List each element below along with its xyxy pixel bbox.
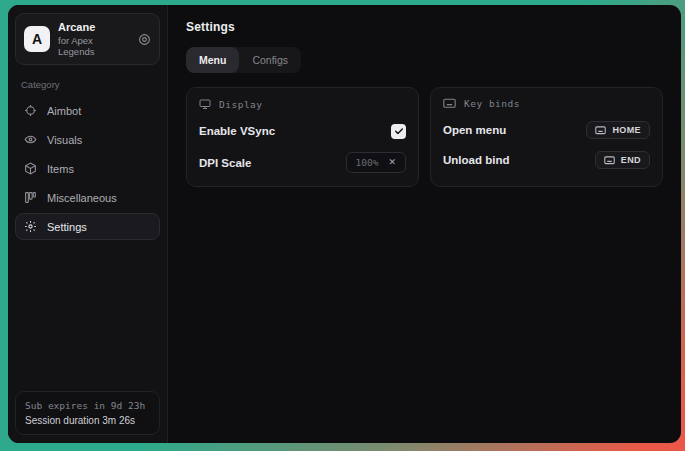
- open-menu-key-label: HOME: [612, 125, 641, 135]
- sidebar-item-items[interactable]: Items: [15, 155, 160, 182]
- keyboard-icon: [595, 126, 606, 135]
- brand-title: Arcane: [58, 21, 130, 33]
- columns-icon: [24, 191, 37, 204]
- category-section-label: Category: [21, 79, 154, 90]
- brand-card: A Arcane for Apex Legends: [15, 13, 160, 65]
- target-circle-icon[interactable]: [138, 33, 151, 46]
- page-title: Settings: [186, 20, 663, 34]
- dpi-scale-value: 100%: [356, 157, 379, 168]
- tab-menu[interactable]: Menu: [186, 47, 239, 73]
- sidebar: A Arcane for Apex Legends Category: [8, 5, 168, 443]
- sub-expiry-text: Sub expires in 9d 23h: [25, 400, 150, 411]
- main-content: Settings Menu Configs Display: [168, 5, 681, 443]
- cube-icon: [24, 162, 37, 175]
- keybinds-card-title: Key binds: [464, 98, 520, 109]
- unload-key-label: END: [621, 155, 641, 165]
- brand-subtitle: for Apex Legends: [58, 35, 130, 57]
- brand-text: Arcane for Apex Legends: [58, 21, 130, 57]
- session-duration-text: Session duration 3m 26s: [25, 415, 150, 426]
- open-menu-keybind-button[interactable]: HOME: [586, 121, 650, 139]
- monitor-icon: [199, 98, 211, 110]
- sidebar-item-visuals[interactable]: Visuals: [15, 126, 160, 153]
- keybinds-card-header: Key binds: [443, 98, 650, 109]
- display-card: Display Enable VSync DPI Scale: [186, 87, 419, 187]
- vsync-checkbox[interactable]: [391, 124, 406, 139]
- crosshair-icon: [24, 104, 37, 117]
- unload-bind-row: Unload bind END: [443, 151, 650, 169]
- sidebar-item-label: Miscellaneous: [47, 192, 117, 204]
- keybinds-card: Key binds Open menu HOME: [430, 87, 663, 187]
- unload-bind-label: Unload bind: [443, 154, 509, 166]
- checkbox-check-icon: [394, 126, 404, 136]
- sidebar-item-label: Settings: [47, 221, 87, 233]
- dpi-scale-row: DPI Scale 100% ✕: [199, 152, 406, 173]
- subscription-info-card: Sub expires in 9d 23h Session duration 3…: [15, 391, 160, 435]
- open-menu-row: Open menu HOME: [443, 121, 650, 139]
- sidebar-item-label: Visuals: [47, 134, 82, 146]
- sidebar-item-settings[interactable]: Settings: [15, 213, 160, 240]
- open-menu-label: Open menu: [443, 124, 506, 136]
- settings-tabs: Menu Configs: [186, 47, 301, 73]
- keyboard-icon: [443, 98, 456, 109]
- unload-keybind-button[interactable]: END: [595, 151, 650, 169]
- gear-icon: [24, 220, 37, 233]
- eye-icon: [24, 133, 37, 146]
- settings-cards: Display Enable VSync DPI Scale: [186, 87, 663, 187]
- tab-configs[interactable]: Configs: [239, 47, 301, 73]
- app-logo: A: [24, 26, 50, 52]
- keyboard-icon: [604, 156, 615, 165]
- vsync-label: Enable VSync: [199, 125, 275, 137]
- vsync-row: Enable VSync: [199, 122, 406, 140]
- app-window: A Arcane for Apex Legends Category: [8, 5, 681, 443]
- sidebar-nav: Aimbot Visuals Items: [8, 97, 167, 240]
- display-card-header: Display: [199, 98, 406, 110]
- display-card-title: Display: [219, 99, 263, 110]
- sidebar-item-aimbot[interactable]: Aimbot: [15, 97, 160, 124]
- sidebar-item-label: Aimbot: [47, 105, 81, 117]
- dpi-scale-input[interactable]: 100% ✕: [346, 152, 406, 173]
- clear-icon[interactable]: ✕: [385, 156, 399, 169]
- sidebar-item-label: Items: [47, 163, 74, 175]
- sidebar-item-miscellaneous[interactable]: Miscellaneous: [15, 184, 160, 211]
- dpi-scale-label: DPI Scale: [199, 157, 251, 169]
